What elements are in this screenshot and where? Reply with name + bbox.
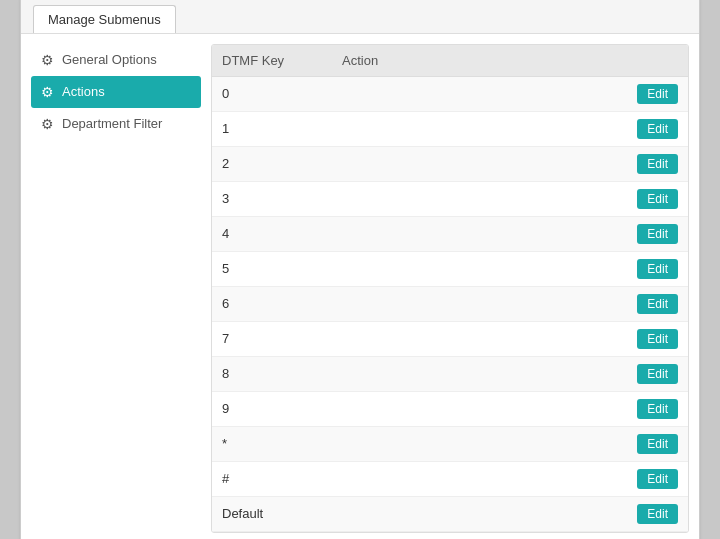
action-cell [332,111,503,146]
dtmf-key-cell: 5 [212,251,332,286]
table-row: 2Edit [212,146,688,181]
gear-icon-dept: ⚙ [41,116,54,132]
edit-button[interactable]: Edit [637,399,678,419]
sidebar-item-label-general: General Options [62,52,157,67]
dtmf-key-cell: 3 [212,181,332,216]
col-header-action: Action [332,45,503,77]
edit-button[interactable]: Edit [637,364,678,384]
edit-cell: Edit [503,286,688,321]
edit-button[interactable]: Edit [637,329,678,349]
actions-table: DTMF Key Action 0Edit1Edit2Edit3Edit4Edi… [212,45,688,532]
edit-button[interactable]: Edit [637,469,678,489]
action-cell [332,146,503,181]
action-cell [332,76,503,111]
table-row: 0Edit [212,76,688,111]
action-cell [332,321,503,356]
action-cell [332,181,503,216]
edit-cell: Edit [503,216,688,251]
table-header-row: DTMF Key Action [212,45,688,77]
action-cell [332,496,503,531]
edit-cell: Edit [503,321,688,356]
edit-button[interactable]: Edit [637,294,678,314]
table-row: 6Edit [212,286,688,321]
action-cell [332,461,503,496]
table-row: 8Edit [212,356,688,391]
sidebar-item-general-options[interactable]: ⚙ General Options [31,44,201,76]
dtmf-key-cell: 7 [212,321,332,356]
action-cell [332,216,503,251]
action-cell [332,391,503,426]
dtmf-key-cell: 1 [212,111,332,146]
edit-button[interactable]: Edit [637,119,678,139]
manage-submenus-tab[interactable]: Manage Submenus [33,5,176,33]
table-row: 3Edit [212,181,688,216]
table-row: DefaultEdit [212,496,688,531]
action-cell [332,286,503,321]
dtmf-key-cell: # [212,461,332,496]
edit-cell: Edit [503,426,688,461]
edit-button[interactable]: Edit [637,434,678,454]
edit-button[interactable]: Edit [637,189,678,209]
table-row: 9Edit [212,391,688,426]
action-cell [332,356,503,391]
col-header-edit [503,45,688,77]
edit-button[interactable]: Edit [637,504,678,524]
table-row: 1Edit [212,111,688,146]
dtmf-key-cell: 6 [212,286,332,321]
edit-button[interactable]: Edit [637,84,678,104]
table-row: 5Edit [212,251,688,286]
main-container: Manage Submenus ⚙ General Options ⚙ Acti… [20,0,700,539]
dtmf-key-cell: 8 [212,356,332,391]
dtmf-key-cell: 0 [212,76,332,111]
action-cell [332,251,503,286]
edit-cell: Edit [503,76,688,111]
table-row: *Edit [212,426,688,461]
edit-cell: Edit [503,111,688,146]
edit-cell: Edit [503,461,688,496]
sidebar-item-department-filter[interactable]: ⚙ Department Filter [31,108,201,140]
edit-cell: Edit [503,251,688,286]
dtmf-key-cell: Default [212,496,332,531]
sidebar: ⚙ General Options ⚙ Actions ⚙ Department… [31,44,201,533]
content-area: ⚙ General Options ⚙ Actions ⚙ Department… [21,34,699,540]
sidebar-item-label-actions: Actions [62,84,105,99]
sidebar-item-label-dept: Department Filter [62,116,162,131]
dtmf-key-cell: 4 [212,216,332,251]
edit-button[interactable]: Edit [637,224,678,244]
edit-cell: Edit [503,181,688,216]
edit-cell: Edit [503,496,688,531]
dtmf-key-cell: * [212,426,332,461]
edit-cell: Edit [503,391,688,426]
table-row: 4Edit [212,216,688,251]
dtmf-key-cell: 9 [212,391,332,426]
gear-icon-actions: ⚙ [41,84,54,100]
table-container: DTMF Key Action 0Edit1Edit2Edit3Edit4Edi… [211,44,689,533]
dtmf-key-cell: 2 [212,146,332,181]
col-header-dtmf: DTMF Key [212,45,332,77]
table-row: #Edit [212,461,688,496]
table-row: 7Edit [212,321,688,356]
edit-button[interactable]: Edit [637,259,678,279]
edit-cell: Edit [503,356,688,391]
sidebar-item-actions[interactable]: ⚙ Actions [31,76,201,108]
edit-cell: Edit [503,146,688,181]
main-content: DTMF Key Action 0Edit1Edit2Edit3Edit4Edi… [211,44,689,533]
action-cell [332,426,503,461]
gear-icon-general: ⚙ [41,52,54,68]
edit-button[interactable]: Edit [637,154,678,174]
tab-bar: Manage Submenus [21,0,699,34]
